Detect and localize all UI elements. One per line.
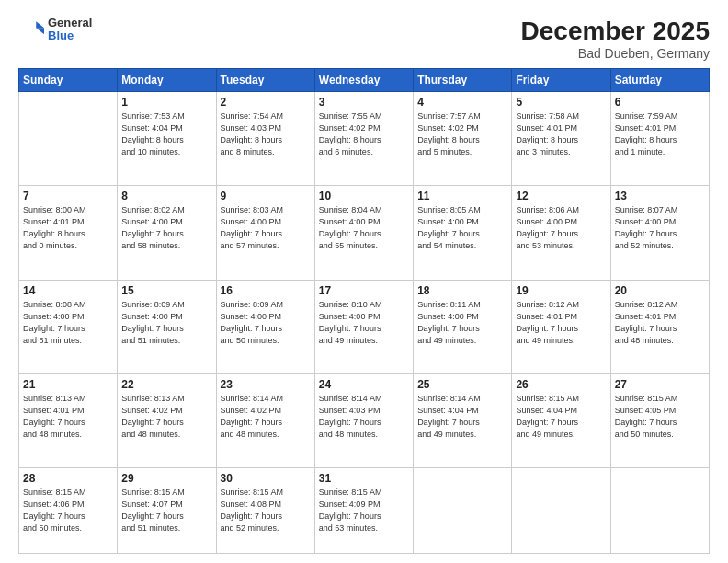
day-info: Sunrise: 8:15 AM Sunset: 4:09 PM Dayligh… — [319, 487, 409, 534]
calendar-week-row: 28Sunrise: 8:15 AM Sunset: 4:06 PM Dayli… — [19, 468, 710, 554]
calendar-cell: 21Sunrise: 8:13 AM Sunset: 4:01 PM Dayli… — [19, 373, 118, 467]
calendar-cell: 7Sunrise: 8:00 AM Sunset: 4:01 PM Daylig… — [19, 186, 118, 280]
day-number: 24 — [319, 378, 409, 391]
calendar-cell: 4Sunrise: 7:57 AM Sunset: 4:02 PM Daylig… — [414, 92, 512, 186]
calendar-week-row: 14Sunrise: 8:08 AM Sunset: 4:00 PM Dayli… — [19, 280, 710, 373]
calendar-header-row: SundayMondayTuesdayWednesdayThursdayFrid… — [19, 69, 710, 92]
sub-title: Bad Dueben, Germany — [521, 46, 710, 61]
day-number: 13 — [615, 190, 705, 202]
calendar-cell: 14Sunrise: 8:08 AM Sunset: 4:00 PM Dayli… — [19, 280, 118, 373]
calendar-cell: 15Sunrise: 8:09 AM Sunset: 4:00 PM Dayli… — [118, 280, 216, 373]
main-title: December 2025 — [521, 17, 710, 46]
day-number: 19 — [516, 284, 606, 297]
day-info: Sunrise: 8:14 AM Sunset: 4:04 PM Dayligh… — [417, 393, 507, 441]
calendar-cell: 25Sunrise: 8:14 AM Sunset: 4:04 PM Dayli… — [414, 373, 512, 467]
calendar-cell: 19Sunrise: 8:12 AM Sunset: 4:01 PM Dayli… — [512, 280, 610, 373]
calendar-week-row: 1Sunrise: 7:53 AM Sunset: 4:04 PM Daylig… — [19, 92, 710, 186]
calendar-cell: 13Sunrise: 8:07 AM Sunset: 4:00 PM Dayli… — [610, 186, 709, 280]
calendar-cell: 6Sunrise: 7:59 AM Sunset: 4:01 PM Daylig… — [610, 92, 709, 186]
day-number: 4 — [417, 96, 507, 109]
day-info: Sunrise: 8:07 AM Sunset: 4:00 PM Dayligh… — [615, 204, 705, 252]
day-info: Sunrise: 8:09 AM Sunset: 4:00 PM Dayligh… — [221, 299, 311, 347]
calendar-cell — [19, 92, 118, 186]
calendar-cell: 12Sunrise: 8:06 AM Sunset: 4:00 PM Dayli… — [512, 186, 610, 280]
calendar-cell: 29Sunrise: 8:15 AM Sunset: 4:07 PM Dayli… — [118, 468, 216, 554]
day-header-tuesday: Tuesday — [216, 69, 314, 92]
day-number: 31 — [319, 472, 409, 485]
day-number: 25 — [417, 378, 507, 391]
day-number: 3 — [319, 96, 409, 109]
calendar-cell: 22Sunrise: 8:13 AM Sunset: 4:02 PM Dayli… — [118, 373, 216, 467]
day-info: Sunrise: 8:12 AM Sunset: 4:01 PM Dayligh… — [516, 299, 606, 347]
day-info: Sunrise: 7:54 AM Sunset: 4:03 PM Dayligh… — [221, 110, 311, 158]
day-info: Sunrise: 8:05 AM Sunset: 4:00 PM Dayligh… — [417, 204, 507, 252]
day-info: Sunrise: 8:12 AM Sunset: 4:01 PM Dayligh… — [615, 299, 705, 347]
day-number: 2 — [221, 96, 311, 109]
calendar-cell: 18Sunrise: 8:11 AM Sunset: 4:00 PM Dayli… — [414, 280, 512, 373]
day-number: 23 — [221, 378, 311, 391]
logo-text: General Blue — [48, 17, 92, 43]
day-number: 20 — [615, 284, 705, 297]
day-number: 14 — [23, 284, 113, 297]
calendar-cell: 27Sunrise: 8:15 AM Sunset: 4:05 PM Dayli… — [610, 373, 709, 467]
calendar-cell: 16Sunrise: 8:09 AM Sunset: 4:00 PM Dayli… — [216, 280, 314, 373]
calendar-cell — [414, 468, 512, 554]
page: General Blue December 2025 Bad Dueben, G… — [0, 0, 728, 563]
day-info: Sunrise: 8:10 AM Sunset: 4:00 PM Dayligh… — [319, 299, 409, 347]
day-header-thursday: Thursday — [414, 69, 512, 92]
day-number: 30 — [221, 472, 311, 485]
day-header-friday: Friday — [512, 69, 610, 92]
day-number: 21 — [23, 378, 113, 391]
calendar-week-row: 21Sunrise: 8:13 AM Sunset: 4:01 PM Dayli… — [19, 373, 710, 467]
day-number: 6 — [615, 96, 705, 109]
calendar-cell: 11Sunrise: 8:05 AM Sunset: 4:00 PM Dayli… — [414, 186, 512, 280]
day-info: Sunrise: 8:15 AM Sunset: 4:08 PM Dayligh… — [221, 487, 311, 534]
day-number: 18 — [417, 284, 507, 297]
day-number: 7 — [23, 190, 113, 202]
calendar-week-row: 7Sunrise: 8:00 AM Sunset: 4:01 PM Daylig… — [19, 186, 710, 280]
day-info: Sunrise: 8:13 AM Sunset: 4:01 PM Dayligh… — [23, 393, 113, 441]
calendar-cell: 23Sunrise: 8:14 AM Sunset: 4:02 PM Dayli… — [216, 373, 314, 467]
calendar-cell: 10Sunrise: 8:04 AM Sunset: 4:00 PM Dayli… — [314, 186, 413, 280]
calendar-cell: 28Sunrise: 8:15 AM Sunset: 4:06 PM Dayli… — [19, 468, 118, 554]
day-number: 1 — [121, 96, 211, 109]
day-info: Sunrise: 8:02 AM Sunset: 4:00 PM Dayligh… — [121, 204, 211, 252]
day-info: Sunrise: 8:06 AM Sunset: 4:00 PM Dayligh… — [516, 204, 606, 252]
calendar-cell: 26Sunrise: 8:15 AM Sunset: 4:04 PM Dayli… — [512, 373, 610, 467]
calendar-cell: 30Sunrise: 8:15 AM Sunset: 4:08 PM Dayli… — [216, 468, 314, 554]
day-info: Sunrise: 8:15 AM Sunset: 4:04 PM Dayligh… — [516, 393, 606, 441]
day-info: Sunrise: 7:55 AM Sunset: 4:02 PM Dayligh… — [319, 110, 409, 158]
calendar-cell: 24Sunrise: 8:14 AM Sunset: 4:03 PM Dayli… — [314, 373, 413, 467]
calendar-cell: 20Sunrise: 8:12 AM Sunset: 4:01 PM Dayli… — [610, 280, 709, 373]
day-number: 5 — [516, 96, 606, 109]
calendar-cell: 5Sunrise: 7:58 AM Sunset: 4:01 PM Daylig… — [512, 92, 610, 186]
calendar-cell: 8Sunrise: 8:02 AM Sunset: 4:00 PM Daylig… — [118, 186, 216, 280]
day-header-wednesday: Wednesday — [314, 69, 413, 92]
title-block: December 2025 Bad Dueben, Germany — [521, 17, 710, 61]
day-info: Sunrise: 8:09 AM Sunset: 4:00 PM Dayligh… — [121, 299, 211, 347]
day-info: Sunrise: 8:15 AM Sunset: 4:05 PM Dayligh… — [615, 393, 705, 441]
day-number: 10 — [319, 190, 409, 202]
calendar-cell: 3Sunrise: 7:55 AM Sunset: 4:02 PM Daylig… — [314, 92, 413, 186]
day-info: Sunrise: 8:11 AM Sunset: 4:00 PM Dayligh… — [417, 299, 507, 347]
day-info: Sunrise: 8:13 AM Sunset: 4:02 PM Dayligh… — [121, 393, 211, 441]
calendar-cell — [512, 468, 610, 554]
svg-marker-0 — [36, 22, 44, 29]
day-info: Sunrise: 8:14 AM Sunset: 4:03 PM Dayligh… — [319, 393, 409, 441]
day-number: 9 — [221, 190, 311, 202]
day-number: 17 — [319, 284, 409, 297]
header: General Blue December 2025 Bad Dueben, G… — [18, 17, 710, 61]
day-number: 8 — [121, 190, 211, 202]
calendar-cell: 31Sunrise: 8:15 AM Sunset: 4:09 PM Dayli… — [314, 468, 413, 554]
day-info: Sunrise: 8:15 AM Sunset: 4:07 PM Dayligh… — [121, 487, 211, 534]
calendar-table: SundayMondayTuesdayWednesdayThursdayFrid… — [18, 68, 710, 554]
day-info: Sunrise: 7:57 AM Sunset: 4:02 PM Dayligh… — [417, 110, 507, 158]
day-number: 22 — [121, 378, 211, 391]
calendar-cell: 1Sunrise: 7:53 AM Sunset: 4:04 PM Daylig… — [118, 92, 216, 186]
day-info: Sunrise: 8:00 AM Sunset: 4:01 PM Dayligh… — [23, 204, 113, 252]
day-header-monday: Monday — [118, 69, 216, 92]
day-header-saturday: Saturday — [610, 69, 709, 92]
day-number: 11 — [417, 190, 507, 202]
day-info: Sunrise: 7:59 AM Sunset: 4:01 PM Dayligh… — [615, 110, 705, 158]
logo-icon — [18, 17, 44, 42]
